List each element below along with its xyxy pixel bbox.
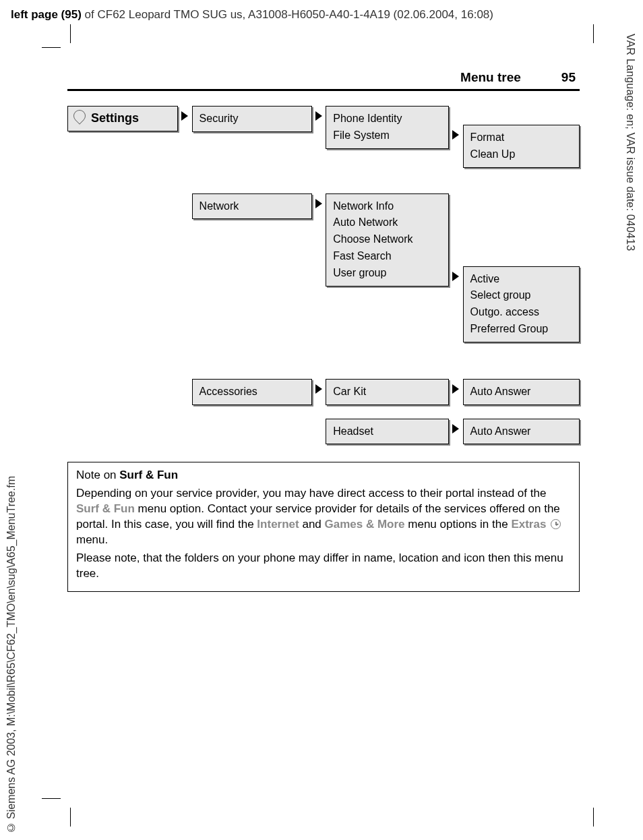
svg-marker-6 — [452, 384, 459, 394]
arrow-icon — [449, 419, 463, 433]
svg-marker-5 — [315, 384, 322, 394]
svg-marker-0 — [181, 111, 188, 121]
proof-header: left page (95) of CF62 Leopard TMO SUG u… — [11, 8, 616, 22]
menu-label: Auto Answer — [470, 386, 531, 397]
note-keyword-internet: Internet — [257, 518, 299, 531]
arrow-icon — [312, 379, 326, 394]
menu-box-security-children: Phone Identity File System — [326, 106, 449, 149]
menu-label: Fast Search — [333, 248, 441, 265]
menu-item-auto-answer-headset: Auto Answer — [463, 419, 580, 445]
menu-item-accessories: Accessories — [192, 379, 312, 405]
note-keyword-extras: Extras — [511, 518, 546, 531]
running-head: Menu tree 95 — [67, 67, 580, 91]
svg-marker-1 — [315, 111, 322, 121]
arrow-icon — [449, 193, 463, 281]
note-paragraph-2: Please note, that the folders on your ph… — [76, 551, 571, 582]
arrow-icon — [312, 193, 326, 208]
menu-root-label: Settings — [91, 109, 139, 128]
note-box: Note on Surf & Fun Depending on your ser… — [67, 462, 580, 592]
menu-label: Auto Network — [333, 214, 441, 231]
arrow-icon — [449, 106, 463, 140]
side-text-right: VAR Language: en; VAR issue date: 040413 — [624, 34, 636, 251]
arrow-spacer — [178, 379, 192, 384]
menu-label: Preferred Group — [470, 321, 572, 338]
menu-label: Network Info — [333, 198, 441, 215]
svg-marker-3 — [315, 199, 322, 208]
note-text: Depending on your service provider, you … — [76, 487, 546, 500]
note-paragraph-1: Depending on your service provider, you … — [76, 486, 571, 548]
crop-mark — [593, 808, 594, 827]
arrow-icon — [178, 106, 192, 121]
menu-label: File System — [333, 127, 441, 144]
note-keyword-surf-fun: Surf & Fun — [76, 502, 135, 515]
svg-marker-2 — [452, 130, 459, 140]
menu-label: Select group — [470, 287, 572, 304]
arrow-icon — [449, 379, 463, 394]
note-title: Note on Surf & Fun — [76, 468, 571, 483]
menu-item-network: Network — [192, 193, 312, 220]
proof-header-prefix: left page (95) — [11, 8, 82, 21]
menu-item-car-kit: Car Kit — [326, 379, 449, 405]
crop-mark — [70, 808, 71, 827]
page-number: 95 — [561, 70, 576, 85]
menu-item-headset: Headset — [326, 419, 449, 445]
arrow-spacer — [312, 419, 326, 424]
menu-label: Phone Identity — [333, 111, 441, 127]
menu-tree: Settings Security Phone Identity File Sy… — [67, 106, 580, 444]
svg-marker-7 — [452, 424, 459, 433]
section-title: Menu tree — [460, 70, 521, 85]
menu-label: Headset — [333, 425, 373, 437]
menu-label: Format — [470, 129, 572, 146]
arrow-icon — [312, 106, 326, 121]
menu-label: Security — [200, 113, 239, 124]
menu-label: Clean Up — [470, 146, 572, 163]
menu-label: Car Kit — [333, 386, 366, 397]
note-title-bold: Surf & Fun — [119, 469, 178, 481]
svg-marker-4 — [452, 272, 459, 281]
extras-icon — [551, 519, 561, 529]
menu-label: Auto Answer — [470, 425, 531, 437]
crop-mark — [70, 24, 71, 43]
proof-header-rest: of CF62 Leopard TMO SUG us, A31008-H6050… — [82, 8, 493, 21]
side-text-left: © Siemens AG 2003, M:\Mobil\R65\CF62_TMO… — [5, 476, 18, 833]
menu-item-auto-answer-carkit: Auto Answer — [463, 379, 580, 405]
menu-label: Outgo. access — [470, 304, 572, 321]
menu-item-security: Security — [192, 106, 312, 132]
menu-label: Accessories — [200, 386, 257, 397]
arrow-spacer — [178, 419, 192, 424]
menu-box-network-children: Network Info Auto Network Choose Network… — [326, 193, 449, 287]
arrow-spacer — [178, 193, 192, 199]
menu-label: User group — [333, 265, 441, 282]
crop-mark — [593, 24, 594, 43]
note-keyword-games-more: Games & More — [325, 518, 405, 531]
settings-icon — [73, 109, 87, 128]
note-text: menu. — [76, 533, 108, 546]
menu-box-user-group-children: Active Select group Outgo. access Prefer… — [463, 266, 580, 342]
menu-label: Active — [470, 271, 572, 288]
crop-mark — [42, 47, 61, 48]
menu-root-settings: Settings — [67, 106, 178, 131]
menu-box-file-system-children: Format Clean Up — [463, 125, 580, 168]
menu-label: Choose Network — [333, 231, 441, 248]
page-body: Menu tree 95 Settings Security Phone Ide… — [67, 67, 580, 592]
note-text: and — [299, 518, 325, 531]
note-text: menu options in the — [405, 518, 512, 531]
crop-mark — [42, 798, 61, 799]
note-title-prefix: Note on — [76, 469, 119, 481]
menu-label: Network — [200, 200, 239, 212]
